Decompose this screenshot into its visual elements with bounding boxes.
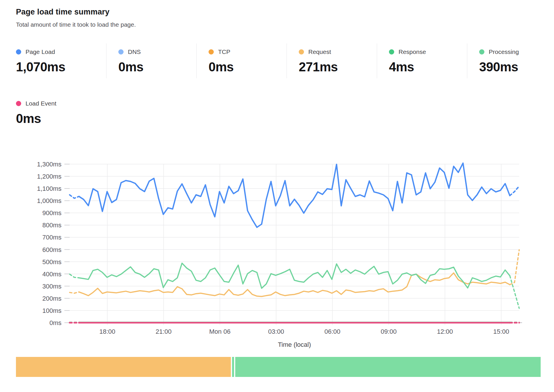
- response-dot-icon: [389, 49, 394, 55]
- metric-label: Response: [399, 48, 426, 55]
- request-line-tail-dashed: [510, 250, 519, 284]
- chart-axis-labels: 1,300ms1,200ms1,100ms1,000ms900ms800ms70…: [37, 161, 509, 348]
- load-event-dot-icon: [16, 101, 21, 106]
- y-axis-tick-label: 600ms: [42, 246, 61, 253]
- y-axis-tick-label: 0ms: [49, 319, 61, 326]
- panel-header: Page load time summary Total amount of t…: [16, 8, 136, 28]
- x-axis-tick-label: Mon 06: [209, 328, 230, 335]
- metric-label: Page Load: [26, 48, 55, 55]
- request-line-lead-dashed: [70, 292, 79, 293]
- y-axis-tick-label: 400ms: [42, 271, 61, 278]
- x-axis-title: Time (local): [278, 341, 311, 348]
- y-axis-tick-label: 500ms: [42, 258, 61, 266]
- metric-legend: Load Event: [16, 100, 106, 107]
- processing-line-lead-dashed: [70, 274, 79, 278]
- metric-dns: DNS0ms: [106, 43, 196, 78]
- metric-value: 390ms: [479, 60, 554, 74]
- metric-legend: Page Load: [16, 48, 106, 56]
- metric-label: Processing: [489, 48, 519, 55]
- page-title: Page load time summary: [16, 8, 136, 17]
- metric-value: 4ms: [389, 60, 467, 74]
- metric-legend: TCP: [209, 48, 287, 56]
- metric-request: Request271ms: [287, 43, 377, 78]
- y-axis-tick-label: 900ms: [42, 209, 61, 217]
- page-load-line: [70, 163, 519, 227]
- metric-response: Response4ms: [377, 43, 467, 78]
- y-axis-tick-label: 700ms: [42, 234, 61, 241]
- chart-area: 1,300ms1,200ms1,100ms1,000ms900ms800ms70…: [0, 157, 554, 357]
- tcp-dot-icon: [209, 49, 214, 55]
- dns-dot-icon: [118, 49, 124, 55]
- y-axis-tick-label: 1,200ms: [37, 173, 61, 180]
- metric-legend: DNS: [118, 48, 196, 56]
- metric-value: 0ms: [16, 111, 106, 126]
- page-load-dot-icon: [16, 49, 21, 55]
- processing-dot-icon: [479, 49, 484, 55]
- metric-load-event: Load Event0ms: [16, 95, 106, 126]
- x-axis-tick-label: 18:00: [99, 328, 115, 335]
- metric-processing: Processing390ms: [467, 43, 554, 78]
- y-axis-tick-label: 1,000ms: [37, 197, 61, 204]
- y-axis-tick-label: 100ms: [42, 307, 61, 314]
- y-axis-tick-label: 1,300ms: [37, 161, 61, 168]
- metric-value: 271ms: [299, 60, 377, 74]
- metric-value: 0ms: [118, 60, 196, 74]
- metric-label: Request: [308, 48, 331, 55]
- metric-label: DNS: [128, 48, 141, 55]
- x-axis-tick-label: 21:00: [155, 328, 171, 335]
- page-load-line-tail-dashed: [510, 186, 519, 196]
- page-subtitle: Total amount of time it took to load the…: [16, 21, 136, 28]
- page-load-summary-panel: Page load time summary Total amount of t…: [0, 0, 554, 392]
- processing-segment: [235, 357, 541, 377]
- x-axis-tick-label: 09:00: [381, 328, 397, 335]
- y-axis-tick-label: 300ms: [42, 283, 61, 290]
- metric-legend: Processing: [479, 48, 554, 56]
- x-axis-tick-label: 03:00: [268, 328, 284, 335]
- metric-page-load: Page Load1,070ms: [16, 43, 106, 78]
- chart-gridlines: [64, 164, 522, 325]
- page-load-line-solid: [79, 163, 510, 227]
- metric-label: Load Event: [26, 100, 56, 107]
- y-axis-tick-label: 200ms: [42, 295, 61, 302]
- timeline-bar: [16, 357, 542, 377]
- x-axis-tick-label: 12:00: [437, 328, 453, 335]
- load-time-chart[interactable]: 1,300ms1,200ms1,100ms1,000ms900ms800ms70…: [0, 157, 554, 357]
- processing-sliver: [232, 357, 234, 377]
- processing-line-solid: [79, 263, 510, 288]
- metric-legend: Response: [389, 48, 467, 56]
- metric-tcp: TCP0ms: [196, 43, 287, 78]
- summary-metrics-row: Page Load1,070msDNS0msTCP0msRequest271ms…: [16, 43, 554, 78]
- summary-secondary-row: Load Event0ms: [16, 95, 106, 126]
- y-axis-tick-label: 800ms: [42, 222, 61, 229]
- metric-value: 1,070ms: [16, 60, 106, 74]
- processing-line: [70, 263, 519, 308]
- metric-label: TCP: [218, 48, 230, 55]
- x-axis-tick-label: 06:00: [324, 328, 340, 335]
- page-load-line-lead-dashed: [70, 195, 79, 198]
- metric-legend: Request: [299, 48, 377, 56]
- metric-value: 0ms: [209, 60, 287, 74]
- request-segment: [16, 357, 231, 377]
- x-axis-tick-label: 15:00: [493, 328, 509, 335]
- request-dot-icon: [299, 49, 304, 55]
- y-axis-tick-label: 1,100ms: [37, 185, 61, 192]
